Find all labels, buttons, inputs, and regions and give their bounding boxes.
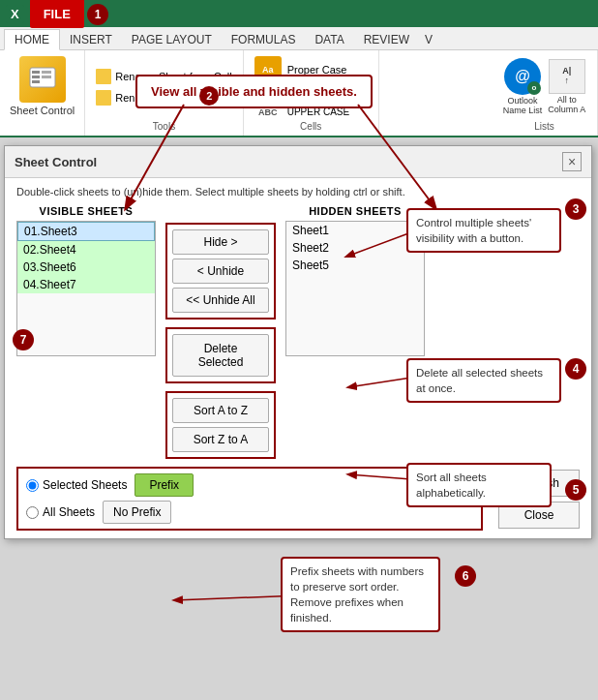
tab-formulas[interactable]: FORMULAS — [222, 30, 306, 49]
cells-group-label: Cells — [252, 119, 371, 132]
file-tab[interactable]: FILE — [30, 0, 84, 28]
annotation-4-box: Delete all selected sheets at once. — [406, 358, 561, 403]
hidden-sheets-header: HIDDEN SHEETS — [285, 205, 425, 217]
tab-home[interactable]: HOME — [4, 29, 60, 50]
list-item[interactable]: 03.Sheet6 — [17, 259, 155, 276]
annotation-badge-4: 4 — [565, 358, 586, 380]
annotation-badge-5: 5 — [565, 479, 586, 501]
unhide-all-button[interactable]: << Unhide All — [172, 288, 269, 313]
svg-rect-1 — [32, 71, 40, 74]
all-sheets-radio[interactable] — [26, 506, 39, 519]
annotation-5-box: Sort all sheets alphabetically. — [406, 463, 552, 507]
annotation-badge-1: 1 — [87, 4, 108, 25]
svg-rect-3 — [32, 80, 40, 83]
list-item[interactable]: 02.Sheet4 — [17, 241, 155, 259]
list-item[interactable]: Sheet2 — [286, 239, 424, 257]
svg-rect-4 — [42, 71, 51, 74]
hide-button[interactable]: Hide > — [172, 229, 269, 255]
lists-group: @o OutlookName List A|↑ All toColumn A L… — [492, 50, 598, 136]
svg-rect-2 — [32, 76, 40, 78]
controls-panel: Hide > < Unhide << Unhide All DeleteSele… — [156, 205, 285, 459]
hidden-sheets-panel: HIDDEN SHEETS Sheet1 Sheet2 Sheet5 — [285, 205, 425, 356]
dialog-title: Sheet Control — [15, 155, 97, 169]
hidden-sheets-list[interactable]: Sheet1 Sheet2 Sheet5 — [285, 221, 425, 356]
list-item[interactable]: 01.Sheet3 — [17, 222, 155, 241]
all-to-column-btn[interactable]: A|↑ All toColumn A — [548, 59, 585, 115]
no-prefix-button[interactable]: No Prefix — [103, 501, 171, 524]
list-item[interactable]: 04.Sheet7 — [17, 276, 155, 293]
annotation-badge-3: 3 — [565, 198, 586, 220]
sheet-control-icon[interactable] — [19, 56, 66, 103]
annotation-badge-6: 6 — [455, 565, 476, 587]
excel-logo: X — [6, 5, 24, 23]
sort-za-button[interactable]: Sort Z to A — [172, 427, 269, 452]
tab-page-layout[interactable]: PAGE LAYOUT — [122, 30, 222, 49]
sheet-control-group[interactable]: Sheet Control — [0, 50, 85, 136]
dialog-close-button[interactable]: × — [562, 152, 582, 171]
annotation-badge-7: 7 — [13, 329, 34, 350]
visible-sheets-list[interactable]: 01.Sheet3 02.Sheet4 03.Sheet6 04.Sheet7 — [16, 221, 156, 356]
tab-more[interactable]: V — [419, 30, 438, 49]
tab-data[interactable]: DATA — [305, 30, 353, 49]
sort-az-button[interactable]: Sort A to Z — [172, 398, 269, 423]
sheet-control-label: Sheet Control — [10, 105, 75, 117]
list-item[interactable]: Sheet1 — [286, 222, 424, 239]
view-sheets-tooltip: View all visible and hidden sheets. — [135, 75, 373, 108]
unhide-button[interactable]: < Unhide — [172, 259, 269, 284]
list-item[interactable]: Sheet5 — [286, 257, 424, 274]
annotation-6-box: Prefix sheets with numbers to preserve s… — [281, 557, 440, 632]
prefix-button[interactable]: Prefix — [135, 473, 194, 497]
dialog-titlebar: Sheet Control × — [5, 146, 591, 178]
dialog-instruction: Double-click sheets to (un)hide them. Se… — [16, 186, 580, 198]
tab-insert[interactable]: INSERT — [60, 30, 122, 49]
selected-sheets-radio[interactable] — [26, 479, 39, 492]
delete-selected-button[interactable]: DeleteSelected — [172, 334, 269, 377]
visible-sheets-header: VISIBLE SHEETS — [16, 205, 156, 217]
outlook-icon[interactable]: @o OutlookName List — [503, 58, 543, 116]
visible-sheets-panel: VISIBLE SHEETS 01.Sheet3 02.Sheet4 03.Sh… — [16, 205, 156, 356]
tools-group-label: Tools — [93, 119, 234, 132]
svg-rect-5 — [42, 76, 51, 78]
annotation-badge-2: 2 — [199, 86, 219, 106]
annotation-3-box: Control multiple sheets' visibility with… — [406, 208, 561, 253]
tab-review[interactable]: REVIEW — [354, 30, 419, 49]
lists-group-label: Lists — [499, 119, 589, 132]
